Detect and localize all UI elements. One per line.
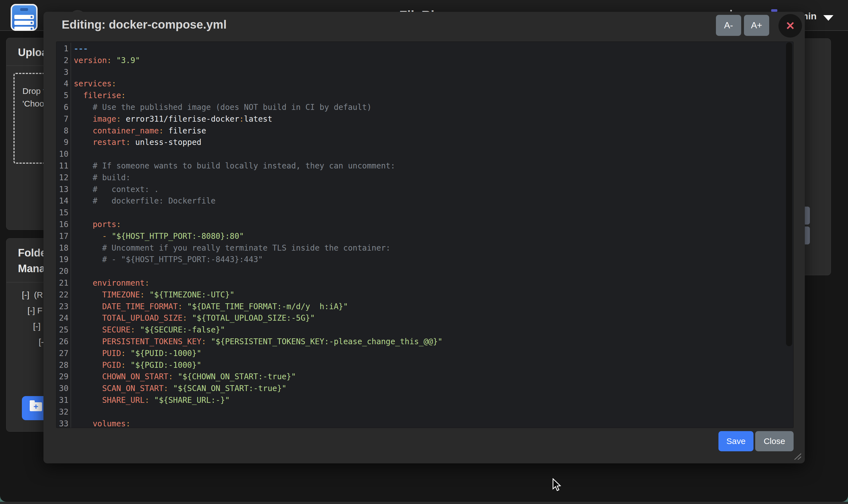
- code-line[interactable]: PUID: "${PUID:-1000}": [74, 347, 782, 359]
- filerise-logo-icon[interactable]: [11, 4, 38, 31]
- code-line[interactable]: [74, 67, 782, 78]
- code-line[interactable]: environment:: [74, 277, 782, 289]
- code-line[interactable]: [74, 148, 782, 160]
- line-number: 22: [56, 289, 68, 301]
- line-number: 6: [56, 102, 68, 113]
- folder-tree-item[interactable]: [-]: [33, 322, 41, 331]
- folder-tree-item[interactable]: [-: [39, 337, 44, 347]
- code-line[interactable]: image: error311/filerise-docker:latest: [74, 113, 782, 125]
- code-line[interactable]: [74, 266, 782, 277]
- dropzone-text: 'Choo: [22, 99, 44, 108]
- line-number: 13: [56, 184, 68, 195]
- code-line[interactable]: DATE_TIME_FORMAT: "${DATE_TIME_FORMAT:-m…: [74, 301, 782, 312]
- line-number: 32: [56, 406, 68, 418]
- code-line[interactable]: PERSISTENT_TOKENS_KEY: "${PERSISTENT_TOK…: [74, 336, 782, 347]
- edit-file-modal: Editing: docker-compose.yml A- A+ ✕ 1234…: [43, 12, 805, 463]
- code-line[interactable]: ports:: [74, 219, 782, 230]
- code-line[interactable]: # Uncomment if you really terminate TLS …: [74, 242, 782, 254]
- line-number: 23: [56, 301, 68, 312]
- logo-slot: [20, 8, 28, 11]
- line-number: 10: [56, 148, 68, 160]
- code-line[interactable]: ---: [74, 43, 782, 55]
- folder-plus-icon: [30, 402, 42, 411]
- code-line[interactable]: TIMEZONE: "${TIMEZONE:-UTC}": [74, 289, 782, 301]
- logo-bar: [14, 15, 34, 19]
- code-line[interactable]: [74, 207, 782, 219]
- line-number: 33: [56, 418, 68, 428]
- folder-tree-item[interactable]: [-] F: [28, 306, 42, 316]
- code-line[interactable]: filerise:: [74, 90, 782, 102]
- code-line[interactable]: SECURE: "${SECURE:-false}": [74, 324, 782, 336]
- line-number: 21: [56, 277, 68, 289]
- line-number: 3: [56, 67, 68, 78]
- code-line[interactable]: # If someone wants to build locally inst…: [74, 160, 782, 172]
- logo-bar: [14, 21, 34, 25]
- code-line[interactable]: # Use the published image (does NOT buil…: [74, 102, 782, 113]
- code-line[interactable]: SHARE_URL: "${SHARE_URL:-}": [74, 394, 782, 406]
- code-line[interactable]: version: "3.9": [74, 55, 782, 67]
- line-number: 1: [56, 43, 68, 55]
- code-line[interactable]: SCAN_ON_START: "${SCAN_ON_START:-true}": [74, 383, 782, 394]
- code-line[interactable]: container_name: filerise: [74, 125, 782, 137]
- line-number: 12: [56, 172, 68, 184]
- close-icon[interactable]: ✕: [778, 14, 802, 38]
- line-number: 18: [56, 242, 68, 254]
- logo-bar: [14, 26, 34, 31]
- code-line[interactable]: services:: [74, 78, 782, 90]
- bottom-strip: [0, 502, 848, 504]
- line-number: 29: [56, 371, 68, 383]
- code-line[interactable]: # build:: [74, 172, 782, 184]
- code-line[interactable]: # - "${HOST_HTTPS_PORT:-8443}:443": [74, 254, 782, 266]
- font-decrease-button[interactable]: A-: [716, 15, 741, 36]
- line-number: 2: [56, 55, 68, 67]
- code-line[interactable]: CHOWN_ON_START: "${CHOWN_ON_START:-true}…: [74, 371, 782, 383]
- close-button[interactable]: Close: [755, 431, 794, 451]
- line-number: 27: [56, 347, 68, 359]
- code-line[interactable]: PGID: "${PGID:-1000}": [74, 359, 782, 371]
- code-line[interactable]: - "${HOST_HTTP_PORT:-8080}:80": [74, 230, 782, 242]
- line-number-gutter: 1234567891011121314151617181920212223242…: [56, 43, 71, 428]
- line-number: 25: [56, 324, 68, 336]
- code-line[interactable]: TOTAL_UPLOAD_SIZE: "${TOTAL_UPLOAD_SIZE:…: [74, 312, 782, 324]
- code-editor[interactable]: 1234567891011121314151617181920212223242…: [56, 41, 794, 428]
- line-number: 20: [56, 266, 68, 277]
- resize-handle[interactable]: [793, 452, 801, 460]
- line-number: 30: [56, 383, 68, 394]
- font-increase-button[interactable]: A+: [744, 15, 769, 36]
- modal-title: Editing: docker-compose.yml: [62, 18, 227, 31]
- line-number: 14: [56, 195, 68, 207]
- screen: FileRise admin Upload Drop fi 'Choo Fold…: [0, 0, 848, 504]
- line-number: 24: [56, 312, 68, 324]
- line-number: 11: [56, 160, 68, 172]
- code-line[interactable]: volumes:: [74, 418, 782, 428]
- line-number: 5: [56, 90, 68, 102]
- line-number: 9: [56, 137, 68, 148]
- browser-window: FileRise admin Upload Drop fi 'Choo Fold…: [0, 0, 848, 502]
- chevron-down-icon[interactable]: [823, 15, 833, 21]
- code-line[interactable]: # dockerfile: Dockerfile: [74, 195, 782, 207]
- code-line[interactable]: restart: unless-stopped: [74, 137, 782, 148]
- line-number: 4: [56, 78, 68, 90]
- line-number: 26: [56, 336, 68, 347]
- mouse-cursor: [552, 478, 563, 491]
- code-content[interactable]: ---version: "3.9" services: filerise: # …: [74, 43, 782, 428]
- code-line[interactable]: [74, 406, 782, 418]
- line-number: 16: [56, 219, 68, 230]
- line-number: 7: [56, 113, 68, 125]
- line-number: 19: [56, 254, 68, 266]
- line-number: 8: [56, 125, 68, 137]
- vertical-scrollbar[interactable]: [786, 42, 792, 346]
- header-icon-fragment: [730, 10, 732, 12]
- line-number: 28: [56, 359, 68, 371]
- code-line[interactable]: # context: .: [74, 184, 782, 195]
- save-button[interactable]: Save: [719, 431, 754, 451]
- header-badge-fragment: [771, 9, 777, 12]
- folder-tree-item[interactable]: [-] (R: [22, 290, 43, 300]
- line-number: 17: [56, 230, 68, 242]
- line-number: 31: [56, 394, 68, 406]
- line-number: 15: [56, 207, 68, 219]
